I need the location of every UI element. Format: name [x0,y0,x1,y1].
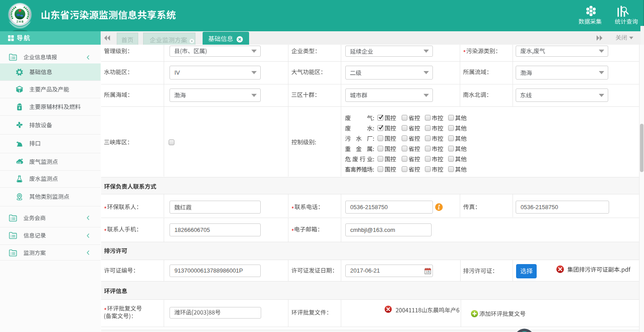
svg-text:15: 15 [426,270,429,274]
